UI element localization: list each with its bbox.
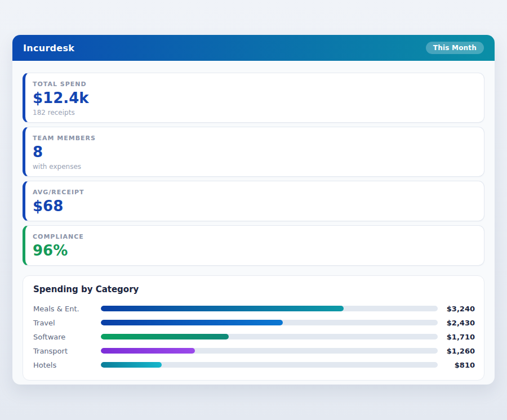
category-label: Software [33,333,101,341]
category-value: $810 [438,361,475,369]
bar-track [101,306,438,311]
bar-fill [101,306,344,311]
stat-card-avg-receipt: AVG/RECEIPT $68 [23,181,484,221]
category-row-transport: Transport $1,260 [33,344,475,358]
stat-value: 8 [33,144,476,161]
stat-value: $68 [33,198,476,215]
bar-fill [101,362,162,368]
category-row-travel: Travel $2,430 [33,316,475,330]
stat-sub: with expenses [33,163,476,171]
stat-card-compliance: COMPLIANCE 96% [23,225,484,266]
category-label: Travel [33,319,101,327]
stat-value: 96% [33,243,476,260]
stat-label: COMPLIANCE [33,233,476,240]
bar-track [101,362,438,368]
bar-fill [101,320,283,325]
category-row-meals: Meals & Ent. $3,240 [33,302,475,316]
category-value: $1,710 [438,333,475,341]
dashboard-content: TOTAL SPEND $12.4k 182 receipts TEAM MEM… [12,61,495,381]
spending-by-category-card: Spending by Category Meals & Ent. $3,240… [23,275,484,381]
category-label: Transport [33,347,101,355]
app-title: Incurdesk [23,43,74,53]
category-value: $2,430 [438,319,475,327]
category-row-software: Software $1,710 [33,330,475,344]
bar-track [101,348,438,354]
category-row-hotels: Hotels $810 [33,358,475,372]
category-value: $3,240 [438,305,475,313]
stat-label: AVG/RECEIPT [33,189,476,196]
stat-label: TEAM MEMBERS [33,135,476,142]
dashboard-card: Incurdesk This Month TOTAL SPEND $12.4k … [12,35,495,385]
bar-fill [101,334,229,339]
stat-sub: 182 receipts [33,109,476,117]
bar-track [101,320,438,325]
category-value: $1,260 [438,347,475,355]
bar-fill [101,348,195,354]
stat-value: $12.4k [33,90,476,107]
stat-card-team-members: TEAM MEMBERS 8 with expenses [23,127,484,177]
stat-card-total-spend: TOTAL SPEND $12.4k 182 receipts [23,73,484,123]
category-label: Meals & Ent. [33,305,101,313]
category-label: Hotels [33,361,101,369]
bar-track [101,334,438,339]
stat-label: TOTAL SPEND [33,81,476,88]
app-header: Incurdesk This Month [12,35,495,61]
chart-title: Spending by Category [33,284,475,294]
period-filter-badge[interactable]: This Month [426,42,484,54]
